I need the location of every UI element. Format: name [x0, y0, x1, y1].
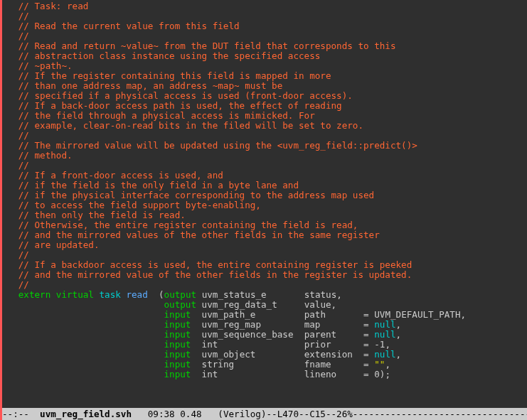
- editor-wrap: // Task: read // // Read the current val…: [2, 0, 527, 420]
- code-line: input uvm_reg_map map = null,: [2, 320, 527, 330]
- code-line: // If a back-door access path is used, t…: [2, 101, 527, 111]
- editor-frame: // Task: read // // Read the current val…: [0, 0, 527, 420]
- text-area[interactable]: // Task: read // // Read the current val…: [2, 0, 527, 408]
- code-line: //: [2, 131, 527, 141]
- code-line: //: [2, 280, 527, 290]
- code-line: output uvm_reg_data_t value,: [2, 300, 527, 310]
- code-line: //: [2, 250, 527, 260]
- code-line: // Read the current value from this fiel…: [2, 21, 527, 31]
- code-line: // Otherwise, the entire register contai…: [2, 220, 527, 230]
- mode-line-prefix: --:--: [2, 408, 40, 420]
- code-line: // specified if a physical access is use…: [2, 91, 527, 101]
- code-line: // abstraction class instance using the …: [2, 51, 527, 61]
- code-line: // are updated.: [2, 240, 527, 250]
- code-line: // Read and return ~value~ from the DUT …: [2, 41, 527, 51]
- code-line: // ~path~.: [2, 61, 527, 71]
- code-line: // then only the field is read.: [2, 210, 527, 220]
- code-line: //: [2, 31, 527, 41]
- code-line: input string fname = "",: [2, 360, 527, 370]
- code-line: //: [2, 11, 527, 21]
- code-line: input int prior = -1,: [2, 340, 527, 350]
- code-line: // If a front-door access is used, and: [2, 171, 527, 181]
- code-line: // Task: read: [2, 1, 527, 11]
- mode-line-fill: ----------------------------------------…: [353, 408, 527, 420]
- code-line: input uvm_path_e path = UVM_DEFAULT_PATH…: [2, 310, 527, 320]
- code-line: // method.: [2, 151, 527, 161]
- code-line: // the field through a physical access i…: [2, 111, 527, 121]
- code-line: // if the physical interface correspondi…: [2, 190, 527, 200]
- code-line: input uvm_sequence_base parent = null,: [2, 330, 527, 340]
- code-line: // if the field is the only field in a b…: [2, 181, 527, 190]
- code-line: // If a backdoor access is used, the ent…: [2, 260, 527, 270]
- code-line: // If the register containing this field…: [2, 71, 527, 81]
- code-line: // and the mirrored value of the other f…: [2, 270, 527, 280]
- code-line: // than one address map, an address ~map…: [2, 81, 527, 91]
- mode-line: --:-- uvm_reg_field.svh 09:38 0.48 (Veri…: [2, 408, 527, 420]
- code-line: // The mirrored value will be updated us…: [2, 141, 527, 151]
- code-line: // to access the field support byte-enab…: [2, 200, 527, 210]
- code-line: //: [2, 161, 527, 171]
- code-line: extern virtual task read (output uvm_sta…: [2, 290, 527, 300]
- code-line: // example, clear-on-read bits in the fi…: [2, 121, 527, 131]
- code-line: // and the mirrored values of the other …: [2, 230, 527, 240]
- code-line: input uvm_object extension = null,: [2, 350, 527, 360]
- code-line: input int lineno = 0);: [2, 370, 527, 379]
- mode-line-status: 09:38 0.48 (Verilog)--L470--C15--26%: [132, 408, 353, 420]
- mode-line-buffer-name: uvm_reg_field.svh: [40, 408, 132, 420]
